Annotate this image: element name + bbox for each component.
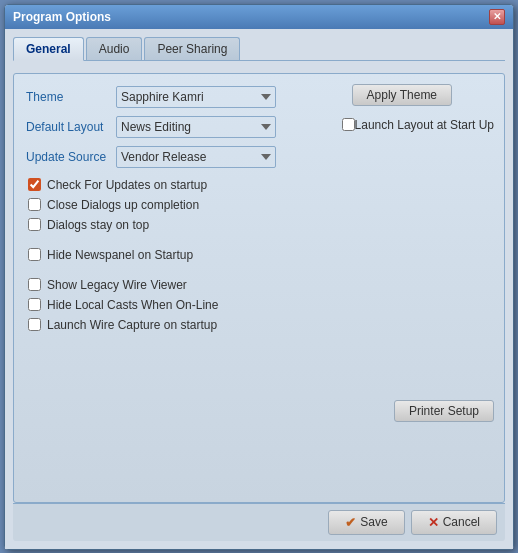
dialogs-stay-checkbox[interactable]	[28, 218, 41, 231]
close-dialogs-row: Close Dialogs up completion	[26, 198, 492, 212]
theme-select[interactable]: Sapphire Kamri Default Dark	[116, 86, 276, 108]
launch-layout-label: Launch Layout at Start Up	[355, 118, 494, 132]
printer-setup-section: Printer Setup	[394, 400, 494, 422]
launch-wire-row: Launch Wire Capture on startup	[26, 318, 492, 332]
printer-setup-button[interactable]: Printer Setup	[394, 400, 494, 422]
cancel-x-icon: ✕	[428, 515, 439, 530]
update-source-label: Update Source	[26, 150, 116, 164]
cancel-button[interactable]: ✕ Cancel	[411, 510, 497, 535]
hide-local-label: Hide Local Casts When On-Line	[47, 298, 218, 312]
hide-newspanel-row: Hide Newspanel on Startup	[26, 248, 492, 262]
bottom-bar: ✔ Save ✕ Cancel	[13, 503, 505, 541]
default-layout-label: Default Layout	[26, 120, 116, 134]
apply-theme-button[interactable]: Apply Theme	[352, 84, 452, 106]
tab-peer-sharing[interactable]: Peer Sharing	[144, 37, 240, 60]
tabs-bar: General Audio Peer Sharing	[13, 37, 505, 61]
hide-newspanel-label: Hide Newspanel on Startup	[47, 248, 193, 262]
window-title: Program Options	[13, 10, 111, 24]
update-source-select[interactable]: Vendor Release Beta Manual	[116, 146, 276, 168]
close-button[interactable]: ✕	[489, 9, 505, 25]
dialogs-stay-label: Dialogs stay on top	[47, 218, 149, 232]
check-updates-label: Check For Updates on startup	[47, 178, 207, 192]
title-bar: Program Options ✕	[5, 5, 513, 29]
show-legacy-row: Show Legacy Wire Viewer	[26, 278, 492, 292]
tab-audio[interactable]: Audio	[86, 37, 143, 60]
program-options-window: Program Options ✕ General Audio Peer Sha…	[4, 4, 514, 550]
cancel-label: Cancel	[443, 515, 480, 529]
hide-local-row: Hide Local Casts When On-Line	[26, 298, 492, 312]
general-tab-content: Apply Theme Launch Layout at Start Up Th…	[13, 73, 505, 503]
save-button[interactable]: ✔ Save	[328, 510, 404, 535]
update-source-row: Update Source Vendor Release Beta Manual	[26, 146, 492, 168]
hide-newspanel-checkbox[interactable]	[28, 248, 41, 261]
close-dialogs-label: Close Dialogs up completion	[47, 198, 199, 212]
top-right-section: Apply Theme Launch Layout at Start Up	[332, 84, 494, 132]
launch-layout-checkbox[interactable]	[342, 118, 355, 131]
dialogs-stay-row: Dialogs stay on top	[26, 218, 492, 232]
theme-label: Theme	[26, 90, 116, 104]
save-check-icon: ✔	[345, 515, 356, 530]
launch-wire-checkbox[interactable]	[28, 318, 41, 331]
check-updates-row: Check For Updates on startup	[26, 178, 492, 192]
close-dialogs-checkbox[interactable]	[28, 198, 41, 211]
launch-wire-label: Launch Wire Capture on startup	[47, 318, 217, 332]
hide-local-checkbox[interactable]	[28, 298, 41, 311]
show-legacy-checkbox[interactable]	[28, 278, 41, 291]
tab-general[interactable]: General	[13, 37, 84, 61]
window-content: General Audio Peer Sharing Apply Theme L…	[5, 29, 513, 549]
check-updates-checkbox[interactable]	[28, 178, 41, 191]
show-legacy-label: Show Legacy Wire Viewer	[47, 278, 187, 292]
save-label: Save	[360, 515, 387, 529]
launch-layout-row: Launch Layout at Start Up	[342, 118, 494, 132]
default-layout-select[interactable]: News Editing Default Audio	[116, 116, 276, 138]
